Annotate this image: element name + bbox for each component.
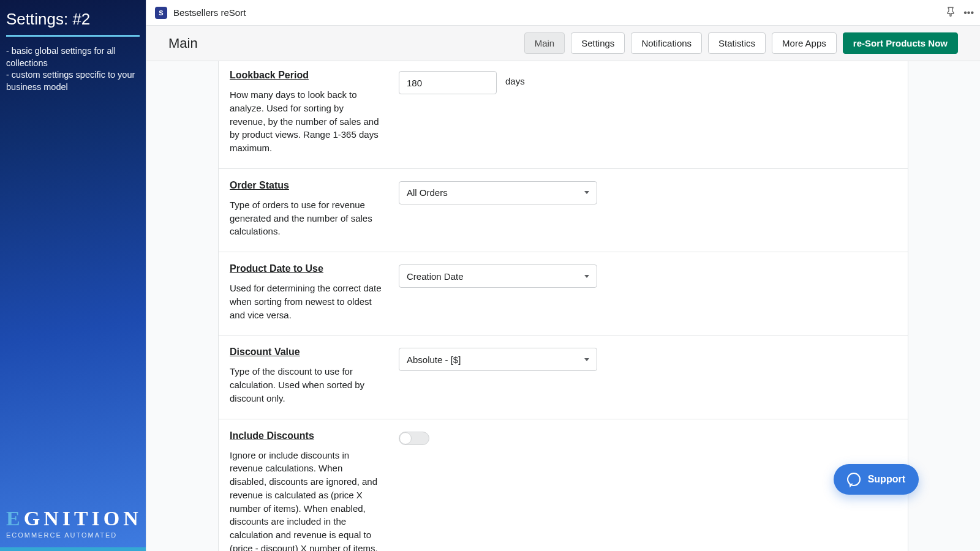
sidebar-desc-line1: - basic global settings for all collecti… — [6, 45, 140, 69]
discount-value-select[interactable]: Absolute - [$] — [399, 348, 597, 371]
support-label: Support — [868, 474, 905, 485]
support-button[interactable]: Support — [834, 464, 919, 495]
include-discounts-title: Include Discounts — [230, 430, 382, 441]
more-icon[interactable]: ••• — [963, 7, 974, 18]
sub-header: Main Main Settings Notifications Statist… — [146, 26, 980, 61]
product-date-selected: Creation Date — [407, 271, 464, 282]
row-discount-value: Discount Value Type of the discount to u… — [219, 335, 908, 419]
lookback-input[interactable] — [399, 71, 497, 94]
chevron-down-icon — [584, 191, 589, 194]
app-bar: S Bestsellers reSort ••• — [146, 0, 980, 26]
order-status-desc: Type of orders to use for revenue genera… — [230, 198, 382, 238]
row-order-status: Order Status Type of orders to use for r… — [219, 169, 908, 252]
discount-value-title: Discount Value — [230, 347, 382, 358]
sidebar: Settings: #2 - basic global settings for… — [0, 0, 146, 551]
include-discounts-toggle[interactable] — [399, 432, 429, 445]
nav-more-apps-button[interactable]: More Apps — [772, 32, 837, 54]
lookback-desc: How many days to look back to analyze. U… — [230, 88, 382, 155]
row-include-discounts: Include Discounts Ignore or include disc… — [219, 419, 908, 552]
nav-main-button[interactable]: Main — [524, 32, 565, 54]
nav-buttons: Main Settings Notifications Statistics M… — [524, 32, 958, 54]
product-date-select[interactable]: Creation Date — [399, 264, 597, 288]
discount-value-selected: Absolute - [$] — [407, 354, 461, 365]
brand-rest: GNITION — [24, 507, 142, 530]
order-status-selected: All Orders — [407, 187, 448, 198]
row-lookback-period: Lookback Period How many days to look ba… — [219, 61, 908, 169]
page-heading: Main — [168, 36, 198, 51]
nav-settings-button[interactable]: Settings — [571, 32, 625, 54]
chevron-down-icon — [584, 358, 589, 361]
lookback-unit: days — [505, 76, 525, 86]
pin-icon[interactable] — [946, 7, 955, 19]
order-status-title: Order Status — [230, 180, 382, 191]
chevron-down-icon — [584, 275, 589, 278]
toggle-knob — [399, 432, 412, 444]
nav-statistics-button[interactable]: Statistics — [708, 32, 766, 54]
sidebar-title-underline — [6, 35, 140, 37]
discount-value-desc: Type of the discount to use for calculat… — [230, 365, 382, 405]
include-discounts-desc: Ignore or include discounts in revenue c… — [230, 449, 382, 552]
settings-card: Lookback Period How many days to look ba… — [218, 61, 908, 551]
sidebar-brand: EGNITION ECOMMERCE AUTOMATED — [6, 507, 142, 539]
chat-icon — [847, 473, 861, 486]
nav-notifications-button[interactable]: Notifications — [631, 32, 702, 54]
brand-e: E — [6, 507, 24, 530]
lookback-title: Lookback Period — [230, 70, 382, 81]
product-date-title: Product Date to Use — [230, 263, 382, 274]
sidebar-desc-line2: - custom settings specific to your busin… — [6, 69, 140, 93]
app-title: Bestsellers reSort — [173, 7, 246, 18]
resort-now-button[interactable]: re-Sort Products Now — [843, 32, 958, 54]
sidebar-title: Settings: #2 — [6, 10, 140, 35]
app-icon: S — [155, 7, 167, 19]
brand-subtitle: ECOMMERCE AUTOMATED — [6, 531, 142, 539]
order-status-select[interactable]: All Orders — [399, 181, 597, 204]
product-date-desc: Used for determining the correct date wh… — [230, 282, 382, 321]
row-product-date: Product Date to Use Used for determining… — [219, 252, 908, 335]
